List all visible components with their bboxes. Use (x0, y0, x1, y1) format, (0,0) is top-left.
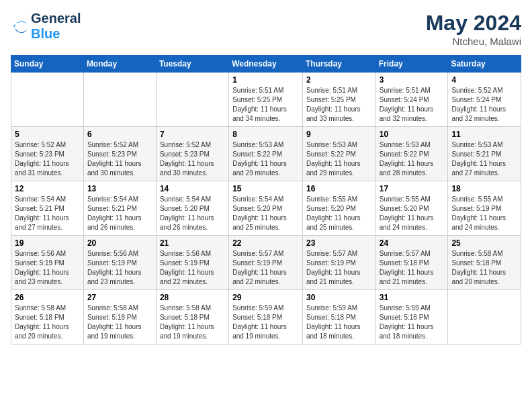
day-number: 30 (306, 293, 372, 302)
day-number: 25 (451, 238, 517, 248)
calendar-cell: 22Sunrise: 5:57 AM Sunset: 5:19 PM Dayli… (229, 236, 303, 290)
calendar-table: SundayMondayTuesdayWednesdayThursdayFrid… (11, 55, 521, 345)
day-info: Sunrise: 5:57 AM Sunset: 5:18 PM Dayligh… (380, 249, 445, 287)
day-info: Sunrise: 5:56 AM Sunset: 5:19 PM Dayligh… (15, 249, 80, 287)
day-info: Sunrise: 5:59 AM Sunset: 5:18 PM Dayligh… (380, 304, 445, 341)
calendar-cell: 19Sunrise: 5:56 AM Sunset: 5:19 PM Dayli… (11, 236, 84, 290)
day-number: 19 (15, 238, 80, 248)
calendar-cell: 2Sunrise: 5:51 AM Sunset: 5:25 PM Daylig… (302, 73, 375, 127)
calendar-cell: 31Sunrise: 5:59 AM Sunset: 5:18 PM Dayli… (375, 290, 448, 345)
calendar-cell: 11Sunrise: 5:53 AM Sunset: 5:21 PM Dayli… (448, 127, 521, 181)
calendar-cell: 20Sunrise: 5:56 AM Sunset: 5:19 PM Dayli… (83, 236, 156, 290)
calendar-cell: 4Sunrise: 5:52 AM Sunset: 5:24 PM Daylig… (448, 73, 521, 127)
day-info: Sunrise: 5:55 AM Sunset: 5:19 PM Dayligh… (451, 195, 517, 232)
calendar-cell: 1Sunrise: 5:51 AM Sunset: 5:25 PM Daylig… (229, 73, 303, 127)
weekday-header-friday: Friday (375, 56, 448, 73)
day-info: Sunrise: 5:58 AM Sunset: 5:18 PM Dayligh… (160, 304, 225, 341)
day-number: 11 (451, 130, 517, 139)
day-number: 21 (160, 238, 225, 248)
day-number: 16 (306, 184, 372, 193)
day-number: 5 (15, 130, 80, 139)
calendar-cell (156, 73, 228, 127)
calendar-cell: 29Sunrise: 5:59 AM Sunset: 5:18 PM Dayli… (229, 290, 303, 345)
weekday-header-monday: Monday (83, 56, 156, 73)
day-info: Sunrise: 5:54 AM Sunset: 5:21 PM Dayligh… (87, 195, 152, 232)
day-number: 31 (380, 293, 445, 302)
day-info: Sunrise: 5:54 AM Sunset: 5:21 PM Dayligh… (15, 195, 80, 232)
calendar-cell: 6Sunrise: 5:52 AM Sunset: 5:23 PM Daylig… (83, 127, 156, 181)
day-info: Sunrise: 5:58 AM Sunset: 5:18 PM Dayligh… (15, 304, 80, 341)
day-info: Sunrise: 5:53 AM Sunset: 5:22 PM Dayligh… (306, 140, 372, 178)
day-number: 18 (451, 184, 517, 193)
day-info: Sunrise: 5:54 AM Sunset: 5:20 PM Dayligh… (232, 195, 299, 232)
day-info: Sunrise: 5:53 AM Sunset: 5:21 PM Dayligh… (451, 140, 517, 178)
day-info: Sunrise: 5:57 AM Sunset: 5:19 PM Dayligh… (232, 249, 299, 287)
day-info: Sunrise: 5:56 AM Sunset: 5:19 PM Dayligh… (87, 249, 152, 287)
day-number: 6 (87, 130, 152, 139)
calendar-cell: 10Sunrise: 5:53 AM Sunset: 5:22 PM Dayli… (375, 127, 448, 181)
day-number: 24 (380, 238, 445, 248)
week-row-3: 12Sunrise: 5:54 AM Sunset: 5:21 PM Dayli… (11, 181, 521, 236)
calendar-cell: 9Sunrise: 5:53 AM Sunset: 5:22 PM Daylig… (302, 127, 375, 181)
day-number: 28 (160, 293, 225, 302)
day-number: 4 (451, 75, 517, 85)
day-info: Sunrise: 5:59 AM Sunset: 5:18 PM Dayligh… (232, 304, 299, 341)
calendar-cell (448, 290, 521, 345)
calendar-cell: 23Sunrise: 5:57 AM Sunset: 5:19 PM Dayli… (302, 236, 375, 290)
day-info: Sunrise: 5:57 AM Sunset: 5:19 PM Dayligh… (306, 249, 372, 287)
day-info: Sunrise: 5:52 AM Sunset: 5:23 PM Dayligh… (87, 140, 152, 178)
day-info: Sunrise: 5:53 AM Sunset: 5:22 PM Dayligh… (232, 140, 299, 178)
week-row-2: 5Sunrise: 5:52 AM Sunset: 5:23 PM Daylig… (11, 127, 521, 181)
day-info: Sunrise: 5:51 AM Sunset: 5:24 PM Dayligh… (380, 86, 445, 124)
calendar-cell: 8Sunrise: 5:53 AM Sunset: 5:22 PM Daylig… (229, 127, 303, 181)
calendar-cell: 26Sunrise: 5:58 AM Sunset: 5:18 PM Dayli… (11, 290, 84, 345)
calendar-cell: 16Sunrise: 5:55 AM Sunset: 5:20 PM Dayli… (302, 181, 375, 236)
day-info: Sunrise: 5:52 AM Sunset: 5:23 PM Dayligh… (160, 140, 225, 178)
calendar-cell: 27Sunrise: 5:58 AM Sunset: 5:18 PM Dayli… (83, 290, 156, 345)
day-number: 14 (160, 184, 225, 193)
logo: General Blue (11, 11, 81, 42)
day-number: 3 (380, 75, 445, 85)
day-info: Sunrise: 5:55 AM Sunset: 5:20 PM Dayligh… (306, 195, 372, 232)
location: Ntcheu, Malawi (426, 36, 521, 47)
calendar-cell (11, 73, 84, 127)
day-info: Sunrise: 5:51 AM Sunset: 5:25 PM Dayligh… (232, 86, 299, 124)
calendar-cell: 3Sunrise: 5:51 AM Sunset: 5:24 PM Daylig… (375, 73, 448, 127)
calendar-cell: 5Sunrise: 5:52 AM Sunset: 5:23 PM Daylig… (11, 127, 84, 181)
calendar-cell: 13Sunrise: 5:54 AM Sunset: 5:21 PM Dayli… (83, 181, 156, 236)
weekday-header-saturday: Saturday (448, 56, 521, 73)
calendar-cell: 28Sunrise: 5:58 AM Sunset: 5:18 PM Dayli… (156, 290, 228, 345)
day-number: 12 (15, 184, 80, 193)
calendar-cell (83, 73, 156, 127)
day-info: Sunrise: 5:58 AM Sunset: 5:18 PM Dayligh… (87, 304, 152, 341)
day-info: Sunrise: 5:56 AM Sunset: 5:19 PM Dayligh… (160, 249, 225, 287)
day-number: 7 (160, 130, 225, 139)
day-number: 29 (232, 293, 299, 302)
logo-general: General (31, 11, 81, 26)
day-number: 20 (87, 238, 152, 248)
day-number: 8 (232, 130, 299, 139)
day-number: 10 (380, 130, 445, 139)
day-number: 27 (87, 293, 152, 302)
day-info: Sunrise: 5:52 AM Sunset: 5:23 PM Dayligh… (15, 140, 80, 178)
day-number: 23 (306, 238, 372, 248)
week-row-4: 19Sunrise: 5:56 AM Sunset: 5:19 PM Dayli… (11, 236, 521, 290)
day-number: 22 (232, 238, 299, 248)
day-number: 9 (306, 130, 372, 139)
month-title: May 2024 (426, 11, 521, 36)
calendar-cell: 25Sunrise: 5:58 AM Sunset: 5:18 PM Dayli… (448, 236, 521, 290)
calendar-cell: 12Sunrise: 5:54 AM Sunset: 5:21 PM Dayli… (11, 181, 84, 236)
day-info: Sunrise: 5:58 AM Sunset: 5:18 PM Dayligh… (451, 249, 517, 287)
day-info: Sunrise: 5:52 AM Sunset: 5:24 PM Dayligh… (451, 86, 517, 124)
day-number: 1 (232, 75, 299, 85)
calendar-cell: 15Sunrise: 5:54 AM Sunset: 5:20 PM Dayli… (229, 181, 303, 236)
day-info: Sunrise: 5:59 AM Sunset: 5:18 PM Dayligh… (306, 304, 372, 341)
calendar-cell: 17Sunrise: 5:55 AM Sunset: 5:20 PM Dayli… (375, 181, 448, 236)
day-number: 17 (380, 184, 445, 193)
weekday-header-sunday: Sunday (11, 56, 84, 73)
calendar-cell: 21Sunrise: 5:56 AM Sunset: 5:19 PM Dayli… (156, 236, 228, 290)
weekday-header-thursday: Thursday (302, 56, 375, 73)
logo-icon (11, 17, 30, 36)
day-number: 2 (306, 75, 372, 85)
calendar-cell: 30Sunrise: 5:59 AM Sunset: 5:18 PM Dayli… (302, 290, 375, 345)
